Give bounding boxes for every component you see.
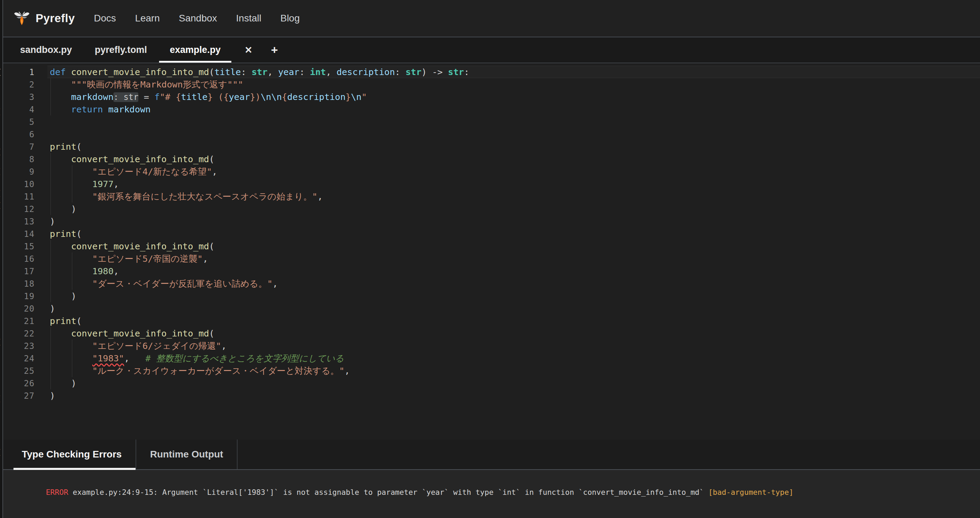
code-text: def convert_movie_info_into_md(title: st… — [50, 66, 469, 78]
error-code-tag: [bad-argument-type] — [708, 488, 793, 497]
indent-guide — [51, 277, 51, 290]
panel-tab-label: Runtime Output — [150, 449, 223, 460]
code-line[interactable]: 20) — [3, 302, 980, 315]
code-text: "銀河系を舞台にした壮大なスペースオペラの始まり。", — [50, 190, 323, 203]
indent-guide — [51, 178, 51, 190]
indent-guide — [51, 364, 51, 377]
line-number: 22 — [3, 327, 35, 340]
tab-type-checking-errors[interactable]: Type Checking Errors — [8, 440, 136, 469]
tab-sandbox-py[interactable]: sandbox.py — [9, 37, 83, 63]
top-nav: Pyrefly Docs Learn Sandbox Install Blog — [3, 0, 980, 37]
close-tab-icon[interactable]: ✕ — [235, 37, 261, 63]
code-line[interactable]: 9 "エピソード4/新たなる希望", — [3, 165, 980, 178]
code-line[interactable]: 3 markdown: str = f"# {title} ({year})\n… — [3, 91, 980, 103]
line-number: 1 — [3, 66, 35, 78]
indent-guide — [51, 290, 51, 302]
indent-guide — [51, 78, 51, 91]
code-line[interactable]: 4 return markdown — [3, 103, 980, 116]
window-edge-sliver: {|([(([[([ — [0, 0, 3, 518]
tab-example-py[interactable]: example.py — [158, 37, 232, 63]
indent-guide — [51, 240, 51, 253]
edge-glyph-fragment: | — [0, 90, 2, 97]
code-line[interactable]: 1def convert_movie_info_into_md(title: s… — [3, 66, 980, 78]
code-line[interactable]: 8 convert_movie_info_into_md( — [3, 153, 980, 165]
code-line[interactable]: 25 "ルーク・スカイウォーカーがダース・ベイダーと対決する。", — [3, 364, 980, 377]
code-text: markdown: str = f"# {title} ({year})\n\n… — [50, 91, 367, 103]
line-number: 9 — [3, 166, 35, 178]
code-line[interactable]: 18 "ダース・ベイダーが反乱軍を追い詰める。", — [3, 277, 980, 290]
code-line[interactable]: 22 convert_movie_info_into_md( — [3, 327, 980, 340]
code-text: ) — [50, 389, 55, 402]
tab-label: sandbox.py — [20, 44, 72, 55]
code-line[interactable]: 13) — [3, 215, 980, 227]
code-text: ) — [50, 302, 55, 315]
nav-item-install[interactable]: Install — [236, 13, 261, 24]
pyrefly-sandbox-page: {|([(([[([ Pyrefly Docs Learn Sandbox In… — [0, 0, 980, 518]
code-line[interactable]: 27) — [3, 389, 980, 402]
line-number: 25 — [3, 365, 35, 377]
line-number: 16 — [3, 253, 35, 265]
code-line[interactable]: 5 — [3, 116, 980, 128]
edge-glyph-fragment: { — [0, 68, 2, 76]
indent-guide — [51, 153, 51, 165]
code-line[interactable]: 19 ) — [3, 290, 980, 302]
edge-glyph-fragment: ( — [0, 168, 2, 175]
code-line[interactable]: 16 "エピソード5/帝国の逆襲", — [3, 253, 980, 265]
code-line[interactable]: 15 convert_movie_info_into_md( — [3, 240, 980, 253]
line-number: 21 — [3, 315, 35, 327]
line-number: 13 — [3, 215, 35, 228]
line-number: 14 — [3, 228, 35, 240]
code-line[interactable]: 7print( — [3, 140, 980, 153]
code-text: convert_movie_info_into_md( — [50, 327, 215, 340]
tab-runtime-output[interactable]: Runtime Output — [136, 440, 238, 469]
pyrefly-firefly-icon[interactable] — [13, 10, 30, 27]
code-text: "ダース・ベイダーが反乱軍を追い詰める。", — [50, 277, 278, 290]
indent-guide — [51, 253, 51, 265]
indent-guide — [51, 377, 51, 389]
nav-item-docs[interactable]: Docs — [94, 13, 116, 24]
code-line[interactable]: 10 1977, — [3, 178, 980, 190]
nav-item-learn[interactable]: Learn — [135, 13, 160, 24]
code-line[interactable]: 24 "1983", # 整数型にするべきところを文字列型にしている — [3, 352, 980, 364]
app-container: Pyrefly Docs Learn Sandbox Install Blog … — [3, 0, 980, 518]
line-number: 8 — [3, 153, 35, 166]
edge-glyph-fragment: [ — [0, 448, 2, 456]
indent-guide — [72, 165, 72, 178]
indent-guide — [72, 178, 72, 190]
code-text: ) — [50, 203, 76, 215]
tab-pyrefly-toml[interactable]: pyrefly.toml — [83, 37, 158, 63]
line-number: 12 — [3, 203, 35, 215]
code-text: ) — [50, 290, 76, 302]
code-line[interactable]: 6 — [3, 128, 980, 140]
code-line[interactable]: 26 ) — [3, 377, 980, 389]
indent-guide — [51, 190, 51, 203]
indent-guide — [72, 352, 72, 364]
indent-guide — [72, 265, 72, 277]
code-line[interactable]: 17 1980, — [3, 265, 980, 277]
code-line[interactable]: 14print( — [3, 227, 980, 240]
line-number: 4 — [3, 103, 35, 116]
indent-guide — [72, 253, 72, 265]
code-text: convert_movie_info_into_md( — [50, 240, 215, 253]
indent-guide — [51, 352, 51, 364]
code-text: 1977, — [50, 178, 119, 190]
line-number: 3 — [3, 91, 35, 103]
code-line[interactable]: 11 "銀河系を舞台にした壮大なスペースオペラの始まり。", — [3, 190, 980, 203]
code-editor[interactable]: 1def convert_movie_info_into_md(title: s… — [3, 63, 980, 440]
line-number: 7 — [3, 141, 35, 153]
code-line[interactable]: 23 "エピソード6/ジェダイの帰還", — [3, 340, 980, 352]
nav-item-blog[interactable]: Blog — [280, 13, 300, 24]
brand-title[interactable]: Pyrefly — [36, 12, 75, 25]
indent-guide — [51, 327, 51, 340]
code-line[interactable]: 21print( — [3, 315, 980, 327]
code-line[interactable]: 2 """映画の情報をMarkdown形式で返す""" — [3, 78, 980, 91]
line-number: 19 — [3, 290, 35, 303]
code-text: "ルーク・スカイウォーカーがダース・ベイダーと対決する。", — [50, 364, 350, 377]
tab-label: example.py — [170, 44, 221, 55]
nav-item-sandbox[interactable]: Sandbox — [179, 13, 217, 24]
output-panel-tabs: Type Checking Errors Runtime Output — [3, 440, 980, 470]
add-tab-icon[interactable]: + — [263, 37, 286, 63]
code-line[interactable]: 12 ) — [3, 203, 980, 215]
error-message: example.py:24:9-15: Argument `Literal['1… — [68, 488, 708, 497]
indent-guide — [51, 91, 51, 103]
